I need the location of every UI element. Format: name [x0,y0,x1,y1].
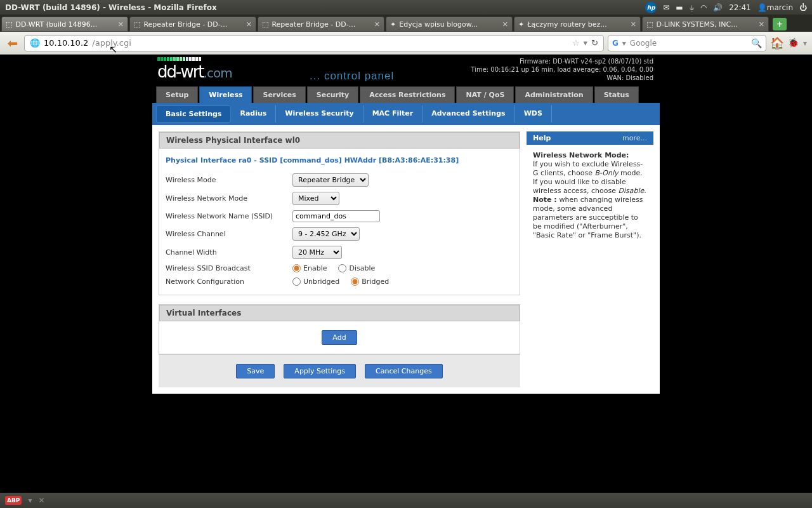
reload-icon[interactable]: ↻ [591,38,598,48]
tab-services[interactable]: Services [253,86,305,103]
volume-icon[interactable]: 🔊 [713,3,723,12]
browser-tab-2[interactable]: ⬚Repeater Bridge - DD-...✕ [258,17,384,32]
firebug-icon[interactable]: 🐞 [788,37,799,49]
help-header: Help more... [527,131,653,145]
favicon-icon: ⬚ [262,20,268,29]
sub-tabs: Basic Settings Radius Wireless Security … [152,103,660,125]
browser-tab-1[interactable]: ⬚Repeater Bridge - DD-...✕ [129,17,256,32]
broadcast-enable-option[interactable]: Enable [292,264,327,272]
help-column: Help more... Wireless Network Mode: If y… [527,131,653,387]
physical-interface-info: Physical Interface ra0 - SSID [command_d… [159,156,520,171]
tab-setup[interactable]: Setup [156,86,198,103]
netconf-unbridged-radio[interactable] [292,277,301,286]
subtab-basic-settings[interactable]: Basic Settings [156,105,231,123]
tab-status[interactable]: Status [594,86,639,103]
section-physical-interface-header: Wireless Physical Interface wl0 [159,132,520,149]
main-tabs: Setup Wireless Services Security Access … [152,86,660,103]
page-content: dd-wrt.com ... control panel Firmware: D… [0,55,812,493]
favicon-icon: ✦ [390,20,396,29]
search-icon[interactable]: 🔍 [751,38,762,48]
row-broadcast: Wireless SSID Broadcast Enable Disable [159,262,520,275]
row-width: Channel Width 20 MHz [159,243,520,262]
dropdown-icon[interactable]: ▾ [584,38,588,48]
adblock-icon[interactable]: ABP [5,496,22,505]
broadcast-enable-radio[interactable] [292,264,301,272]
mail-icon[interactable]: ✉ [663,3,669,12]
subtab-advanced-settings[interactable]: Advanced Settings [422,105,514,123]
wan-line: WAN: Disabled [471,74,653,82]
netconf-bridged-option[interactable]: Bridged [351,277,389,286]
power-icon[interactable]: ⏻ [799,3,807,12]
user-menu[interactable]: 👤 marcin [757,3,793,12]
section-virtual-interfaces-header: Virtual Interfaces [159,305,520,321]
wireless-mode-select[interactable]: Repeater Bridge [292,173,369,187]
status-lines: Firmware: DD-WRT v24-sp2 (08/07/10) std … [471,57,653,82]
add-button[interactable]: Add [322,330,357,345]
row-wireless-mode: Wireless Mode Repeater Bridge [159,171,520,189]
hp-logo-icon: hp [645,2,657,13]
system-tray: hp ✉ ▬ ⏚ ◠ 🔊 22:41 👤 marcin ⏻ [645,2,807,13]
close-tab-icon[interactable]: ✕ [246,20,252,29]
toolbar-dropdown-icon[interactable]: ▾ [803,39,807,48]
network-mode-select[interactable]: Mixed [292,192,339,205]
close-tab-icon[interactable]: ✕ [118,20,124,29]
tab-wireless[interactable]: Wireless [199,86,252,103]
battery-icon[interactable]: ▬ [676,3,683,12]
row-netconf: Network Configuration Unbridged Bridged [159,275,520,288]
broadcast-disable-radio[interactable] [338,264,346,272]
help-heading: Wireless Network Mode: [533,151,629,159]
bookmark-icon[interactable]: ☆ [572,38,580,48]
help-more-link[interactable]: more... [622,134,647,142]
subtab-mac-filter[interactable]: MAC Filter [363,105,423,123]
statusbar-dropdown-icon[interactable]: ▾ [28,496,32,505]
footer-buttons: Save Apply Settings Cancel Changes [159,354,520,387]
network-icon[interactable]: ⏚ [690,3,694,12]
url-bar[interactable]: 🌐 10.10.10.2/apply.cgi ☆ ▾ ↻ [24,35,604,51]
broadcast-disable-option[interactable]: Disable [338,264,375,272]
os-top-bar: DD-WRT (build 14896) - Wireless - Mozill… [0,0,812,15]
subtab-wds[interactable]: WDS [515,105,552,123]
statusbar-close-icon[interactable]: ✕ [38,496,44,505]
main-column: Wireless Physical Interface wl0 Physical… [159,131,520,387]
width-select[interactable]: 20 MHz [292,246,342,259]
browser-tab-0[interactable]: ⬚DD-WRT (build 14896...✕ [1,17,128,32]
search-box[interactable]: G ▾ Google 🔍 [608,35,766,51]
control-panel-label: ... control panel [310,70,394,83]
search-dropdown-icon[interactable]: ▾ [622,39,626,48]
uptime-line: Time: 00:16:21 up 16 min, load average: … [471,65,653,74]
apply-settings-button[interactable]: Apply Settings [284,364,356,378]
search-placeholder: Google [630,39,657,48]
row-network-mode: Wireless Network Mode Mixed [159,189,520,208]
row-ssid: Wireless Network Name (SSID) [159,208,520,225]
tab-access-restrictions[interactable]: Access Restrictions [360,86,455,103]
subtab-radius[interactable]: Radius [231,105,276,123]
home-button[interactable]: 🏠 [770,36,784,50]
channel-select[interactable]: 9 - 2.452 GHz [292,227,360,241]
browser-tab-5[interactable]: ⬚D-LINK SYSTEMS, INC...✕ [642,17,769,32]
close-tab-icon[interactable]: ✕ [759,20,764,29]
close-tab-icon[interactable]: ✕ [374,20,380,29]
cancel-changes-button[interactable]: Cancel Changes [365,364,443,378]
globe-icon: 🌐 [30,38,40,48]
netconf-bridged-radio[interactable] [351,277,359,286]
browser-tab-4[interactable]: ✦Łączymy routery bez...✕ [514,17,641,32]
tab-security[interactable]: Security [307,86,358,103]
clock[interactable]: 22:41 [729,3,751,12]
browser-tab-3[interactable]: ✦Edycja wpisu blogow...✕ [386,17,513,32]
browser-toolbar: ⬅ 🌐 10.10.10.2/apply.cgi ☆ ▾ ↻ G ▾ Googl… [0,32,812,55]
back-button[interactable]: ⬅ [5,36,20,51]
wifi-icon[interactable]: ◠ [700,3,707,12]
window-title: DD-WRT (build 14896) - Wireless - Mozill… [5,3,645,12]
tab-administration[interactable]: Administration [515,86,593,103]
new-tab-button[interactable]: + [773,18,787,30]
close-tab-icon[interactable]: ✕ [631,20,636,29]
tab-nat-qos[interactable]: NAT / QoS [456,86,514,103]
favicon-icon: ⬚ [134,20,140,29]
subtab-wireless-security[interactable]: Wireless Security [276,105,363,123]
google-icon: G [612,39,619,48]
close-tab-icon[interactable]: ✕ [502,20,508,29]
save-button[interactable]: Save [236,364,275,378]
ssid-input[interactable] [292,210,380,222]
row-channel: Wireless Channel 9 - 2.452 GHz [159,225,520,243]
netconf-unbridged-option[interactable]: Unbridged [292,277,339,286]
